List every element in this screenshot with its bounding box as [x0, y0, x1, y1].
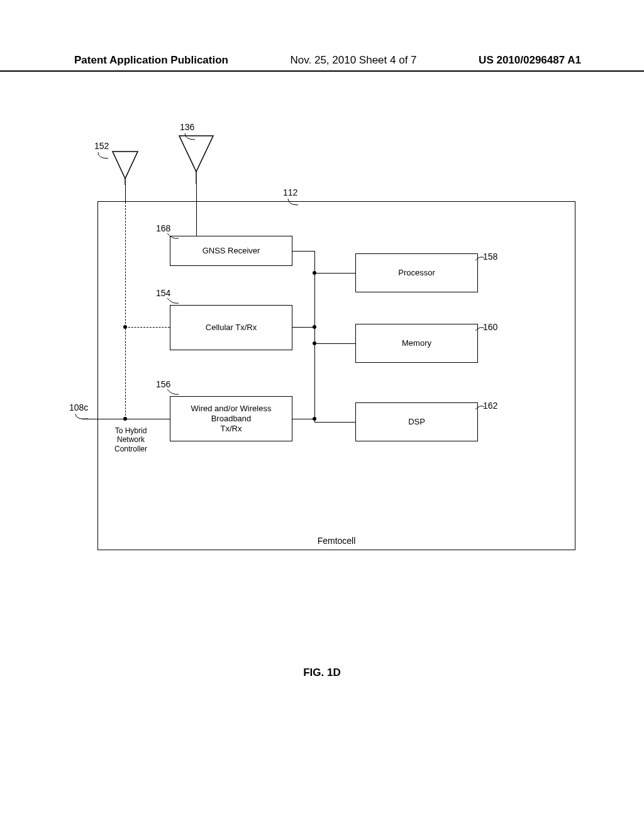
ref-156: 156 [156, 379, 170, 389]
figure-area: 152 136 112 Femtocell GNSS Receiver 168 … [63, 119, 581, 572]
conn-line [314, 422, 355, 423]
gnss-receiver-box: GNSS Receiver [170, 236, 292, 266]
ref-162: 162 [483, 401, 497, 411]
ref-152: 152 [94, 141, 109, 151]
conn-line [314, 343, 355, 344]
figure-caption: FIG. 1D [0, 667, 644, 679]
ref-112: 112 [283, 187, 297, 197]
processor-label: Processor [398, 268, 435, 278]
conn-line [292, 251, 314, 252]
header-right: US 2010/0296487 A1 [479, 54, 581, 67]
conn-line [292, 419, 314, 419]
ref-158: 158 [483, 252, 497, 262]
header-mid: Nov. 25, 2010 Sheet 4 of 7 [291, 54, 417, 67]
ref-168: 168 [156, 223, 170, 233]
memory-box: Memory [355, 324, 478, 363]
ref-136: 136 [180, 122, 194, 132]
conn-dot [313, 271, 316, 275]
ref-160: 160 [483, 322, 497, 332]
conn-dot [313, 341, 316, 345]
broadband-line2: Broadband [211, 414, 252, 424]
conn-dot [123, 325, 127, 329]
dsp-box: DSP [355, 402, 478, 441]
conn-dot [313, 325, 316, 329]
cellular-txrx-label: Cellular Tx/Rx [206, 323, 257, 333]
conn-dot [313, 417, 316, 421]
page-header: Patent Application Publication Nov. 25, … [0, 54, 644, 72]
broadband-line1: Wired and/or Wireless [191, 404, 272, 414]
dsp-label: DSP [408, 417, 425, 427]
cellular-txrx-box: Cellular Tx/Rx [170, 305, 292, 350]
conn-line [125, 184, 126, 202]
conn-dashed [125, 327, 170, 328]
conn-line [125, 419, 170, 419]
ref-108c: 108c [69, 402, 88, 412]
femtocell-box: Femtocell [97, 201, 575, 550]
svg-marker-0 [113, 152, 138, 179]
broadband-txrx-box: Wired and/or Wireless Broadband Tx/Rx [170, 396, 292, 441]
memory-label: Memory [402, 338, 431, 348]
conn-dashed [125, 202, 126, 419]
header-left: Patent Application Publication [74, 54, 228, 67]
conn-line [314, 273, 355, 274]
conn-line [196, 184, 197, 236]
femtocell-label: Femtocell [98, 536, 575, 546]
to-hybrid-label: To Hybrid Network Controller [108, 426, 153, 453]
processor-box: Processor [355, 253, 478, 292]
conn-line [292, 327, 314, 328]
ref-154: 154 [156, 288, 170, 298]
conn-bus [314, 251, 315, 422]
gnss-receiver-label: GNSS Receiver [203, 246, 260, 256]
broadband-line3: Tx/Rx [221, 424, 242, 434]
antenna-left-icon [111, 150, 140, 185]
